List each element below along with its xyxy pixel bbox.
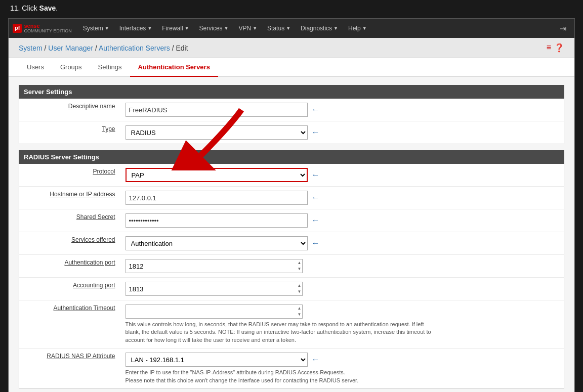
table-row: Type RADIUS ← bbox=[19, 121, 564, 144]
protocol-select[interactable]: PAP CHAP_MD5 MSCHAPv1 MSCHAPv2 bbox=[126, 168, 308, 182]
tab-users[interactable]: Users bbox=[19, 58, 52, 77]
nav-firewall[interactable]: Firewall ▼ bbox=[157, 19, 194, 38]
brand-sub: COMMUNITY EDITION bbox=[24, 29, 71, 34]
services-offered-select[interactable]: Authentication Accounting Authentication… bbox=[126, 236, 308, 250]
arrow-icon: ← bbox=[312, 216, 320, 225]
table-row: Descriptive name ← bbox=[19, 99, 564, 121]
radius-settings-header: RADIUS Server Settings bbox=[19, 150, 564, 164]
nas-ip-select[interactable]: LAN - 192.168.1.1 bbox=[126, 353, 308, 367]
caret: ▼ bbox=[362, 26, 367, 31]
nav-diagnostics[interactable]: Diagnostics ▼ bbox=[296, 19, 343, 38]
nav-vpn[interactable]: VPN ▼ bbox=[234, 19, 263, 38]
spin-down[interactable]: ▼ bbox=[298, 289, 302, 295]
caret: ▼ bbox=[334, 26, 338, 31]
navbar-right: ⇥ bbox=[556, 22, 570, 35]
table-row: Services offered Authentication Accounti… bbox=[19, 232, 564, 255]
caret: ▼ bbox=[147, 26, 152, 31]
shared-secret-link[interactable]: Shared Secret bbox=[76, 213, 115, 221]
services-offered-value: Authentication Accounting Authentication… bbox=[120, 232, 564, 255]
accounting-port-label: Accounting port bbox=[19, 278, 120, 300]
nas-ip-link[interactable]: RADIUS NAS IP Attribute bbox=[47, 353, 115, 360]
spin-up[interactable]: ▲ bbox=[298, 260, 302, 266]
tab-settings[interactable]: Settings bbox=[90, 58, 130, 77]
hostname-label: Hostname or IP address bbox=[19, 187, 120, 209]
arrow-icon: ← bbox=[312, 193, 320, 202]
table-row: Accounting port ▲ ▼ bbox=[19, 278, 564, 300]
caret: ▼ bbox=[185, 26, 189, 31]
breadcrumb-usermanager[interactable]: User Manager bbox=[48, 44, 93, 52]
auth-port-row: ▲ ▼ bbox=[126, 259, 559, 273]
caret: ▼ bbox=[105, 26, 109, 31]
services-offered-row: Authentication Accounting Authentication… bbox=[126, 236, 559, 250]
type-select[interactable]: RADIUS bbox=[126, 125, 308, 140]
accounting-port-value: ▲ ▼ bbox=[120, 278, 564, 300]
form-area: Server Settings Descriptive name ← bbox=[9, 77, 574, 392]
arrow-icon: ← bbox=[312, 170, 320, 180]
descriptive-name-value: ← bbox=[120, 99, 564, 121]
help-icon[interactable]: ❓ bbox=[554, 43, 564, 53]
services-offered-link[interactable]: Services offered bbox=[71, 236, 115, 243]
nas-ip-value: LAN - 192.168.1.1 ← Enter the IP to use … bbox=[120, 349, 564, 389]
nas-ip-row: LAN - 192.168.1.1 ← bbox=[126, 353, 559, 367]
arrow-icon: ← bbox=[312, 239, 320, 248]
nas-ip-help: Enter the IP to use for the "NAS-IP-Addr… bbox=[126, 369, 439, 384]
type-link[interactable]: Type bbox=[102, 125, 115, 133]
accounting-port-row: ▲ ▼ bbox=[126, 282, 559, 296]
services-offered-label: Services offered bbox=[19, 232, 120, 255]
main-window: pf sense COMMUNITY EDITION System ▼ Inte… bbox=[8, 18, 575, 392]
menu-icon[interactable]: ≡ bbox=[547, 43, 551, 53]
auth-timeout-spinner: ▲ ▼ bbox=[126, 304, 303, 319]
accounting-port-link[interactable]: Accounting port bbox=[73, 282, 115, 289]
descriptive-name-link[interactable]: Descriptive name bbox=[68, 103, 115, 110]
protocol-row: PAP CHAP_MD5 MSCHAPv1 MSCHAPv2 ← bbox=[126, 168, 559, 182]
spin-up[interactable]: ▲ bbox=[298, 306, 302, 312]
spin-down[interactable]: ▼ bbox=[298, 312, 302, 318]
tab-groups[interactable]: Groups bbox=[52, 58, 90, 77]
auth-port-spinner: ▲ ▼ bbox=[126, 259, 303, 273]
hostname-input[interactable] bbox=[126, 191, 308, 205]
auth-port-link[interactable]: Authentication port bbox=[64, 259, 115, 266]
auth-port-value: ▲ ▼ bbox=[120, 255, 564, 278]
shared-secret-label: Shared Secret bbox=[19, 209, 120, 232]
breadcrumb-authservers[interactable]: Authentication Servers bbox=[99, 44, 170, 52]
accounting-port-spinner: ▲ ▼ bbox=[126, 282, 303, 296]
spin-up[interactable]: ▲ bbox=[298, 283, 302, 289]
shared-secret-input[interactable] bbox=[126, 213, 308, 228]
auth-timeout-label: Authentication Timeout bbox=[19, 300, 120, 349]
table-row: Authentication port ▲ ▼ bbox=[19, 255, 564, 278]
type-label: Type bbox=[19, 121, 120, 144]
radius-settings-table: Protocol PAP CHAP_MD5 MSCHAPv1 MSCHAPv2 bbox=[19, 164, 564, 389]
logo-box: pf bbox=[13, 24, 22, 32]
breadcrumb-system[interactable]: System bbox=[19, 44, 43, 52]
auth-timeout-input[interactable] bbox=[126, 304, 303, 319]
breadcrumb-bar: System / User Manager / Authentication S… bbox=[9, 38, 574, 58]
shared-secret-value: ← bbox=[120, 209, 564, 232]
hostname-link[interactable]: Hostname or IP address bbox=[50, 191, 115, 198]
logout-icon[interactable]: ⇥ bbox=[556, 22, 570, 35]
tab-authentication-servers[interactable]: Authentication Servers bbox=[130, 58, 218, 77]
table-row: RADIUS NAS IP Attribute LAN - 192.168.1.… bbox=[19, 349, 564, 389]
caret: ▼ bbox=[224, 26, 229, 31]
radius-section-wrapper: RADIUS Server Settings Protocol PAP CHAP… bbox=[19, 150, 564, 389]
breadcrumb-icons: ≡ ❓ bbox=[547, 43, 564, 53]
arrow-icon: ← bbox=[312, 128, 320, 137]
nav-services[interactable]: Services ▼ bbox=[194, 19, 234, 38]
spin-down[interactable]: ▼ bbox=[298, 266, 302, 272]
arrow-icon: ← bbox=[312, 105, 320, 114]
table-row: Shared Secret ← bbox=[19, 209, 564, 232]
auth-timeout-link[interactable]: Authentication Timeout bbox=[53, 304, 115, 312]
nav-help[interactable]: Help ▼ bbox=[343, 19, 372, 38]
content-area: System / User Manager / Authentication S… bbox=[9, 38, 574, 392]
accounting-port-input[interactable] bbox=[126, 282, 303, 296]
instruction-bold: Save bbox=[39, 4, 56, 12]
breadcrumb: System / User Manager / Authentication S… bbox=[19, 44, 188, 52]
protocol-link[interactable]: Protocol bbox=[93, 168, 115, 175]
nav-interfaces[interactable]: Interfaces ▼ bbox=[114, 19, 157, 38]
protocol-value: PAP CHAP_MD5 MSCHAPv1 MSCHAPv2 ← bbox=[120, 164, 564, 187]
nav-status[interactable]: Status ▼ bbox=[262, 19, 296, 38]
tabs-bar: Users Groups Settings Authentication Ser… bbox=[9, 58, 574, 77]
nav-system[interactable]: System ▼ bbox=[78, 19, 114, 38]
descriptive-name-input[interactable] bbox=[126, 103, 308, 117]
auth-port-input[interactable] bbox=[126, 259, 303, 273]
arrow-icon: ← bbox=[312, 355, 320, 364]
